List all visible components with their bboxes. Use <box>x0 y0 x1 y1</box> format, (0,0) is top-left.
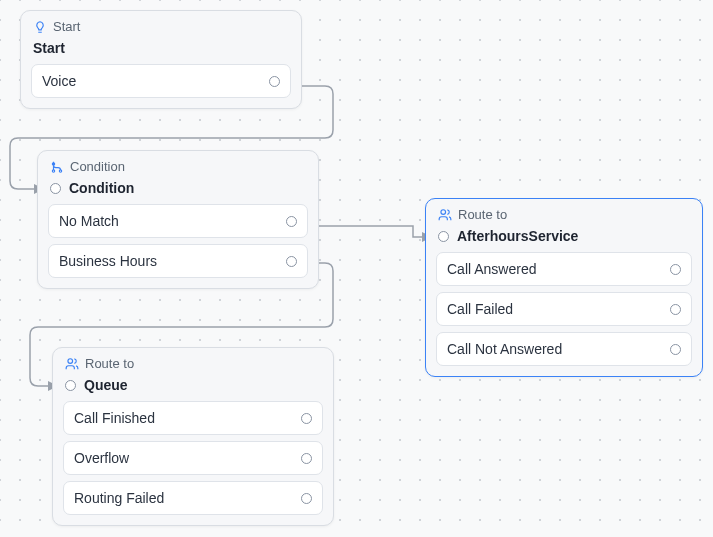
option-label: No Match <box>59 213 119 229</box>
node-route-queue-title-row: Queue <box>53 377 333 401</box>
node-condition-type-label: Condition <box>70 159 125 174</box>
output-port-icon[interactable] <box>670 264 681 275</box>
node-condition[interactable]: Condition Condition No Match Business Ho… <box>37 150 319 289</box>
node-route-queue-type-label: Route to <box>85 356 134 371</box>
node-route-queue-option[interactable]: Overflow <box>63 441 323 475</box>
node-route-afterhours-title-row: AfterhoursService <box>426 228 702 252</box>
node-route-queue-option[interactable]: Routing Failed <box>63 481 323 515</box>
node-route-afterhours-option[interactable]: Call Answered <box>436 252 692 286</box>
lightbulb-icon <box>33 20 47 34</box>
output-port-icon[interactable] <box>269 76 280 87</box>
node-start-title-row: Start <box>21 40 301 64</box>
option-label: Call Finished <box>74 410 155 426</box>
node-route-afterhours[interactable]: Route to AfterhoursService Call Answered… <box>425 198 703 377</box>
output-port-icon[interactable] <box>301 453 312 464</box>
option-label: Call Failed <box>447 301 513 317</box>
node-route-afterhours-header: Route to <box>426 199 702 228</box>
node-condition-title: Condition <box>69 180 134 196</box>
output-port-icon[interactable] <box>286 216 297 227</box>
option-label: Business Hours <box>59 253 157 269</box>
node-route-queue[interactable]: Route to Queue Call Finished Overflow Ro… <box>52 347 334 526</box>
node-start-type-label: Start <box>53 19 80 34</box>
node-route-afterhours-option[interactable]: Call Failed <box>436 292 692 326</box>
output-port-icon[interactable] <box>301 413 312 424</box>
node-condition-option[interactable]: No Match <box>48 204 308 238</box>
node-condition-title-row: Condition <box>38 180 318 204</box>
output-port-icon[interactable] <box>286 256 297 267</box>
node-route-queue-header: Route to <box>53 348 333 377</box>
option-label: Call Not Answered <box>447 341 562 357</box>
node-route-queue-title: Queue <box>84 377 128 393</box>
input-port-icon[interactable] <box>50 183 61 194</box>
input-port-icon[interactable] <box>65 380 76 391</box>
node-route-afterhours-type-label: Route to <box>458 207 507 222</box>
node-route-afterhours-title: AfterhoursService <box>457 228 578 244</box>
option-label: Call Answered <box>447 261 537 277</box>
output-port-icon[interactable] <box>670 344 681 355</box>
node-route-queue-option[interactable]: Call Finished <box>63 401 323 435</box>
option-label: Routing Failed <box>74 490 164 506</box>
input-port-icon[interactable] <box>438 231 449 242</box>
users-icon <box>438 208 452 222</box>
branch-icon <box>50 160 64 174</box>
option-label: Voice <box>42 73 76 89</box>
node-route-afterhours-option[interactable]: Call Not Answered <box>436 332 692 366</box>
users-icon <box>65 357 79 371</box>
output-port-icon[interactable] <box>670 304 681 315</box>
option-label: Overflow <box>74 450 129 466</box>
node-condition-header: Condition <box>38 151 318 180</box>
node-condition-option[interactable]: Business Hours <box>48 244 308 278</box>
node-start[interactable]: Start Start Voice <box>20 10 302 109</box>
node-start-title: Start <box>33 40 65 56</box>
node-start-option[interactable]: Voice <box>31 64 291 98</box>
output-port-icon[interactable] <box>301 493 312 504</box>
node-start-header: Start <box>21 11 301 40</box>
